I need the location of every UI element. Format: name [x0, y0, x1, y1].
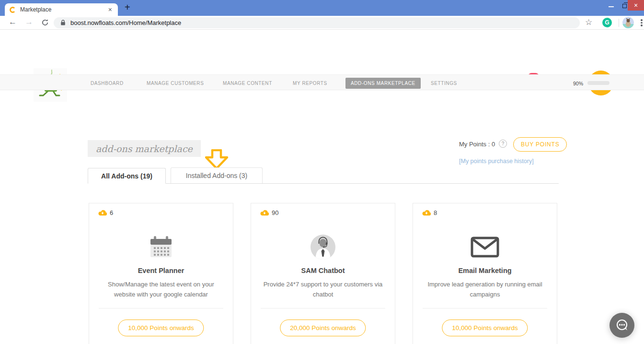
live-chat-button[interactable] [610, 313, 634, 338]
tab-installed-addons[interactable]: Installed Add-ons (3) [171, 167, 263, 183]
nav-manage-content[interactable]: MANAGE CONTENT [223, 81, 272, 86]
page-heading: add-ons marketplace [96, 143, 193, 154]
browser-titlebar: Marketplace × + × [0, 0, 644, 16]
browser-tab[interactable]: Marketplace × [5, 3, 118, 16]
profile-progress-label: 90% [573, 81, 583, 86]
nav-my-reports[interactable]: MY REPORTS [293, 81, 327, 86]
back-icon[interactable]: ← [9, 17, 17, 27]
install-count: 6 [98, 209, 113, 216]
tab-all-addons[interactable]: All Add-ons (19) [88, 168, 166, 184]
window-close-icon[interactable]: × [628, 0, 644, 11]
addon-title: SAM Chatbot [251, 267, 395, 274]
points-onwards-button[interactable]: 20,000 Points onwards [280, 320, 366, 336]
calendar-icon [89, 226, 233, 268]
addon-card-event-planner[interactable]: 6 Event Planner Show/Manage the latest e… [89, 203, 233, 344]
reload-icon[interactable] [41, 19, 49, 28]
addon-card-email-marketing[interactable]: 8 Email Marketing Improve lead generatio… [413, 203, 557, 344]
install-count-value: 8 [434, 209, 437, 216]
page-heading-box: add-ons marketplace [88, 140, 201, 157]
site-header: Hangman's Design Studio (हैंगमैन डिजाइन)… [0, 30, 644, 74]
card-divider [99, 308, 223, 308]
chatbot-person-icon [251, 226, 395, 268]
profile-progress-bar [587, 81, 610, 85]
card-divider [261, 308, 385, 308]
lock-icon [60, 20, 66, 26]
browser-menu-icon[interactable] [641, 18, 643, 27]
url-text: boost.nowfloats.com/Home/Marketplace [70, 19, 181, 26]
tab-close-icon[interactable]: × [107, 6, 113, 13]
site-favicon-icon [10, 7, 16, 13]
toolbar-divider [619, 19, 619, 27]
addons-tabs: All Add-ons (19) Installed Add-ons (3) [88, 168, 559, 184]
addon-title: Email Marketing [413, 267, 557, 274]
tab-title: Marketplace [20, 6, 107, 13]
main-navbar: DASHBOARD MANAGE CUSTOMERS MANAGE CONTEN… [0, 74, 644, 90]
grammarly-extension-icon[interactable]: G [602, 18, 612, 27]
points-history-link[interactable]: [My points purchase history] [459, 158, 534, 165]
window-minimize-icon[interactable] [609, 6, 614, 7]
my-points-label: My Points : 0 [459, 141, 495, 148]
install-count: 90 [260, 209, 278, 216]
nav-addons-marketplace[interactable]: ADD-ONS MARKETPLACE [345, 78, 421, 89]
email-envelope-icon [413, 226, 557, 268]
install-count-value: 6 [110, 209, 113, 216]
card-divider [423, 308, 547, 308]
cloud-download-icon [422, 210, 431, 216]
browser-toolbar: ← → boost.nowfloats.com/Home/Marketplace… [0, 16, 644, 30]
chat-bubble-icon [615, 318, 629, 332]
addon-description: Show/Manage the latest event on your web… [97, 279, 225, 300]
points-onwards-button[interactable]: 10,000 Points onwards [442, 320, 528, 336]
cloud-download-icon [98, 210, 107, 216]
nav-dashboard[interactable]: DASHBOARD [91, 81, 124, 86]
points-help-icon[interactable]: ? [499, 140, 507, 148]
addon-description: Provide 24*7 support to your customers v… [259, 279, 387, 300]
addon-title: Event Planner [89, 267, 233, 274]
nav-settings[interactable]: SETTINGS [431, 81, 457, 86]
url-bar[interactable]: boost.nowfloats.com/Home/Marketplace [54, 17, 580, 28]
nav-manage-customers[interactable]: MANAGE CUSTOMERS [147, 81, 204, 86]
install-count: 8 [422, 209, 437, 216]
addon-card-sam-chatbot[interactable]: 90 SAM Chatbot Provide 24*7 support to y… [251, 203, 395, 344]
forward-icon[interactable]: → [25, 17, 33, 27]
points-onwards-button[interactable]: 10,000 Points onwards [118, 320, 204, 336]
addon-description: Improve lead generation by running email… [421, 279, 549, 300]
buy-points-button[interactable]: BUY POINTS [513, 137, 567, 152]
profile-avatar[interactable] [622, 17, 634, 28]
bookmark-star-icon[interactable]: ☆ [585, 17, 592, 27]
cloud-download-icon [260, 210, 269, 216]
new-tab-button[interactable]: + [125, 2, 130, 13]
install-count-value: 90 [272, 209, 278, 216]
window-restore-icon[interactable] [622, 4, 627, 8]
